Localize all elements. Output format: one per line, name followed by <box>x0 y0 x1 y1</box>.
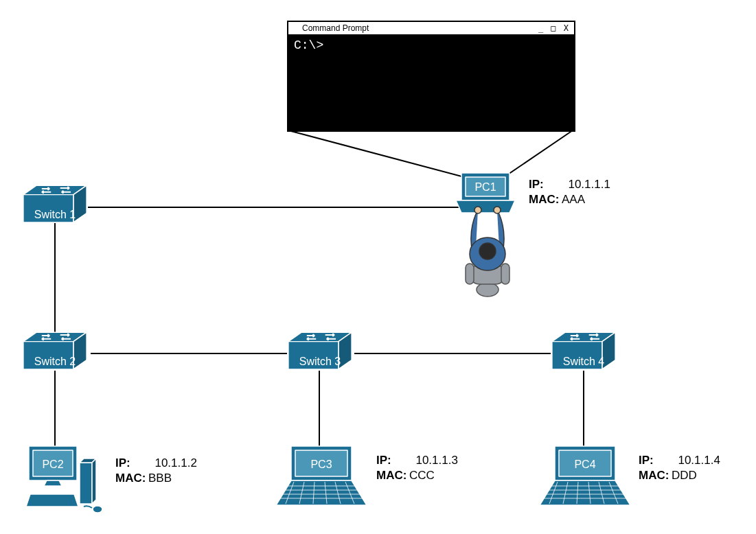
pc3-ip-key: IP: <box>376 453 409 468</box>
pc3-ip-value: 10.1.1.3 <box>415 454 457 467</box>
pc1-mac-value: AAA <box>562 193 585 206</box>
network-diagram: Command Prompt _ □ X C:\> Switch 1 <box>0 0 756 534</box>
pc4-ip-key: IP: <box>639 453 672 468</box>
pc1-label: PC1 <box>455 181 516 194</box>
pc4-ip-value: 10.1.1.4 <box>678 454 720 467</box>
pc3-mac-key: MAC: <box>376 468 409 483</box>
pc2-mac-value: BBB <box>148 472 172 485</box>
command-prompt-body[interactable]: C:\> <box>288 36 574 130</box>
svg-marker-35 <box>80 463 92 504</box>
switch-2-label: Switch 2 <box>34 356 76 368</box>
pc2-label: PC2 <box>33 458 73 471</box>
pc3-info: IP: 10.1.1.3 MAC:CCC <box>376 453 458 483</box>
svg-marker-34 <box>44 480 62 486</box>
svg-point-39 <box>93 506 102 513</box>
pc3-label: PC3 <box>291 458 352 471</box>
pc3: PC3 <box>273 443 369 512</box>
switch-1-label: Switch 1 <box>34 209 76 221</box>
pc1-ip-value: 10.1.1.1 <box>568 178 610 191</box>
switch-3-label: Switch 3 <box>299 356 341 368</box>
switch-1: Switch 1 <box>22 184 88 225</box>
pc2-mac-key: MAC: <box>115 471 148 486</box>
switch-4-label: Switch 4 <box>563 356 604 368</box>
svg-point-24 <box>477 283 499 297</box>
svg-line-0 <box>288 130 464 177</box>
window-controls[interactable]: _ □ X <box>538 23 574 33</box>
pc2-ip-key: IP: <box>115 456 148 471</box>
pc1-mac-key: MAC: <box>529 192 562 207</box>
pc4-mac-value: DDD <box>672 469 697 482</box>
command-prompt-window: Command Prompt _ □ X C:\> <box>287 21 575 132</box>
svg-point-28 <box>474 207 481 213</box>
pc2-info: IP: 10.1.1.2 MAC:BBB <box>115 456 197 486</box>
switch-4: Switch 4 <box>551 331 617 372</box>
pc2: PC2 <box>23 443 106 519</box>
pc4-mac-key: MAC: <box>639 468 672 483</box>
command-prompt-text: C:\> <box>294 38 323 52</box>
svg-rect-26 <box>466 264 474 284</box>
svg-point-31 <box>479 243 496 259</box>
switch-3: Switch 3 <box>287 331 353 372</box>
pc2-ip-value: 10.1.1.2 <box>154 456 196 469</box>
user-icon <box>453 206 522 302</box>
pc4: PC4 <box>537 443 633 512</box>
svg-line-1 <box>504 130 573 177</box>
pc1-ip-key: IP: <box>529 177 562 192</box>
pc3-mac-value: CCC <box>409 469 435 482</box>
pc4-info: IP: 10.1.1.4 MAC:DDD <box>639 453 720 483</box>
svg-point-29 <box>494 207 501 213</box>
pc4-label: PC4 <box>555 458 615 471</box>
svg-rect-27 <box>501 264 509 284</box>
svg-marker-38 <box>26 494 78 507</box>
pc1-info: IP: 10.1.1.1 MAC:AAA <box>529 177 610 207</box>
command-prompt-title: Command Prompt <box>288 23 538 33</box>
switch-2: Switch 2 <box>22 331 88 372</box>
svg-marker-37 <box>92 458 96 504</box>
command-prompt-titlebar: Command Prompt _ □ X <box>288 22 574 36</box>
